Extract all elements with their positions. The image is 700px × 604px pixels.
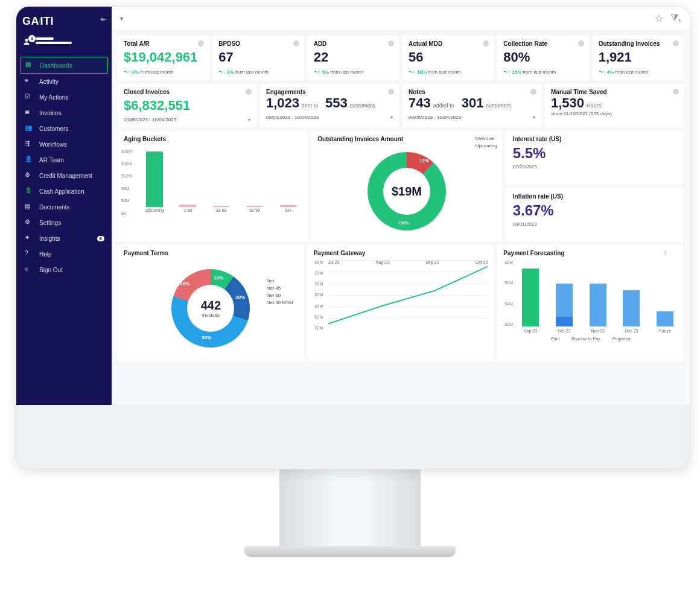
forecast-bar-future[interactable] [652,311,678,326]
user-menu[interactable]: 3 [16,31,112,56]
slice-label-upcoming: 88% [399,220,409,226]
info-icon[interactable] [198,40,204,46]
nav-icon: ? [25,250,33,258]
app-logo: GA/ITI [16,11,112,31]
forecast-seg-proj [556,284,573,317]
sidebar-item-label: Credit Management [39,173,92,179]
filter-add-icon[interactable]: ⧩₊ [670,13,681,24]
engagements-sent: 1,023 [266,95,299,111]
kpi-trend: 〜↓ 4% from last month [599,69,678,75]
date-range-selector[interactable]: 09/05/2023 - 10/04/2023▾ [124,117,250,122]
interest-rate-value: 5.5% [513,145,676,162]
nav-list: ▦Dashboards≡Activity☑My Actions≣Invoices… [16,56,112,279]
nav-icon: ⚙ [25,218,33,227]
slice-label: 20% [235,294,245,300]
bar-fill [146,151,163,207]
bar-61-90[interactable]: 61-90 [243,206,266,212]
trend-down-icon: 〜↓ [218,69,226,75]
info-icon[interactable] [673,40,679,46]
y-axis: $8M$7M$6M$5M$4M$3M$2M [315,260,323,330]
sidebar-item-label: Help [39,251,52,258]
forecast-bar-oct-23[interactable] [552,284,577,327]
slice-label: 20% [180,281,189,287]
forecast-bar-nov-23[interactable] [585,284,611,327]
sidebar-item-invoices[interactable]: ≣Invoices [20,105,108,121]
inflation-rate-value: 3.67% [513,202,676,219]
donut-center-value: $19M [392,185,422,199]
legend-item: Promise to Pay [571,337,600,341]
sidebar-item-credit-management[interactable]: ⚙Credit Management [20,168,108,183]
sidebar-item-sign-out[interactable]: ⎋Sign Out [20,262,108,278]
x-tick: Sep 23 [518,329,543,333]
info-icon[interactable] [530,89,536,95]
nav-icon: ✦ [25,234,33,243]
star-icon[interactable]: ☆ [655,13,663,24]
kpi-value: 1,921 [599,49,678,65]
export-icon[interactable]: ⇪ [663,250,668,256]
aging-buckets-chart: Aging Buckets $20M$16M$12M$8M$4M$0 Upcom… [118,131,308,241]
trend-up-icon: 〜↑ [503,69,511,75]
info-icon[interactable] [388,89,394,95]
forecast-bar-sep-23[interactable] [518,269,543,326]
kpi-card-outstanding-invoices: Outstanding Invoices1,921〜↓ 4% from last… [593,36,684,80]
sidebar-item-my-actions[interactable]: ☑My Actions [20,89,108,105]
sidebar-item-label: Invoices [39,110,62,116]
sidebar-item-label: Workflows [39,141,67,148]
bar-upcoming[interactable]: Upcoming [143,151,165,212]
legend-item: Net [267,278,293,284]
date-range-selector[interactable]: 09/05/2023 - 10/04/2023▾ [266,115,393,120]
date-range-selector[interactable]: 09/05/2023 - 10/04/2023▾ [409,115,535,120]
sidebar-item-help[interactable]: ?Help [20,246,108,262]
bar-1-30[interactable]: 1-30 [176,205,199,212]
sidebar-item-customers[interactable]: 👥Customers [20,121,108,136]
sidebar-item-dashboards[interactable]: ▦Dashboards [20,57,108,74]
chart-title: Payment Terms [124,250,298,256]
info-icon[interactable] [578,40,584,46]
rate-date: 08/01/2023 [513,221,676,227]
nav-icon: ≡ [25,77,33,86]
nav-icon: ⚙ [25,171,33,180]
collapse-sidebar-icon[interactable]: ⇤ [101,15,107,24]
time-saved-card: Manual Time Saved 1,530 Hours since 01/1… [545,84,684,127]
sidebar-item-ar-team[interactable]: 👤AR Team [20,152,108,168]
nav-icon: 👥 [25,124,33,133]
kpi-trend: 〜↓ 10% from last month [409,69,488,75]
kpi-card-total-a-r: Total A/R$19,042,961〜↑ 6% from last mont… [118,36,209,80]
kpi-value: $19,042,961 [124,49,203,65]
info-icon[interactable] [673,89,679,95]
outstanding-donut-chart: Outstanding Invoices Amount OverdueUpcom… [311,131,501,241]
sidebar-item-settings[interactable]: ⚙Settings [20,215,108,230]
slice-label-overdue: 12% [419,158,429,164]
sidebar-item-workflows[interactable]: ⇶Workflows [20,136,108,152]
info-icon[interactable] [293,40,299,46]
payment-forecasting-chart: ⇪ Payment Forecasting $8M$6M$4M$2M Sep 2… [497,245,684,361]
info-icon[interactable] [246,89,252,95]
sidebar-item-documents[interactable]: ▤Documents [20,199,108,215]
nav-badge: 6 [97,236,104,241]
kpi-trend: 〜↑ 15% from last month [503,69,582,75]
kpi-value: 80% [503,49,582,65]
slice-label: 50% [202,335,211,340]
card-title: Closed Invoices [124,89,250,95]
svg-point-0 [25,39,28,42]
sidebar-item-insights[interactable]: ✦Insights6 [20,230,108,246]
sidebar-item-cash-application[interactable]: 💲Cash Application [20,183,108,199]
forecast-bar-dec-23[interactable] [619,290,644,327]
chart-legend: NetNet 45Net 60Net 30 EOM [267,278,293,305]
forecast-seg-proj [657,311,673,326]
y-axis: $20M$16M$12M$8M$4M$0 [121,149,132,215]
info-icon[interactable] [483,40,489,46]
kpi-card-bpdso: BPDSO67〜↓ 8% from last month [212,36,304,80]
card-title: Manual Time Saved [551,89,678,95]
closed-invoices-card: Closed Invoices $6,832,551 09/05/2023 - … [118,84,256,127]
bar-31-60[interactable]: 31-60 [210,206,232,212]
chart-legend: PaidPromise to PayProjected [503,337,678,341]
dashboard-selector[interactable]: ▾ [120,15,123,22]
x-tick: Nov 23 [585,329,611,333]
forecast-seg-proj [623,290,640,327]
bar-91-[interactable]: 91+ [277,205,299,212]
info-icon[interactable] [388,40,394,46]
nav-icon: ⇶ [25,140,33,148]
chevron-down-icon: ▾ [248,117,250,122]
sidebar-item-activity[interactable]: ≡Activity [20,74,108,89]
